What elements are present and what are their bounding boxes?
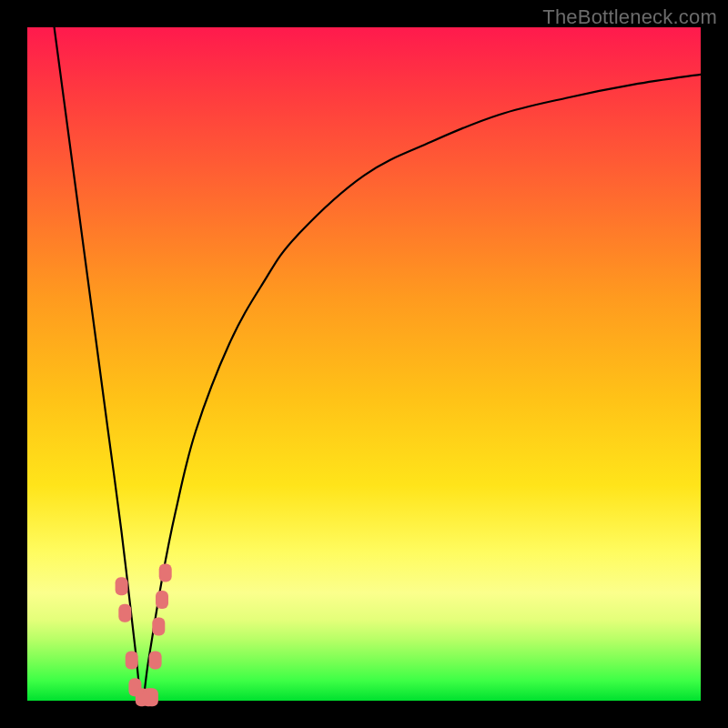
marker-point xyxy=(152,618,165,636)
marker-point xyxy=(156,591,168,609)
marker-point xyxy=(118,604,131,622)
marker-point xyxy=(116,577,128,595)
marker-point xyxy=(146,688,158,706)
marker-point xyxy=(159,563,172,581)
marker-point xyxy=(126,652,138,670)
watermark-text: TheBottleneck.com xyxy=(542,5,717,29)
bottleneck-curve xyxy=(55,27,701,701)
plot-area xyxy=(27,27,701,701)
marker-cluster xyxy=(116,563,172,706)
bottleneck-curve-path xyxy=(55,27,701,701)
chart-frame: TheBottleneck.com xyxy=(0,0,728,728)
marker-point xyxy=(149,652,162,670)
curve-svg xyxy=(27,27,701,701)
